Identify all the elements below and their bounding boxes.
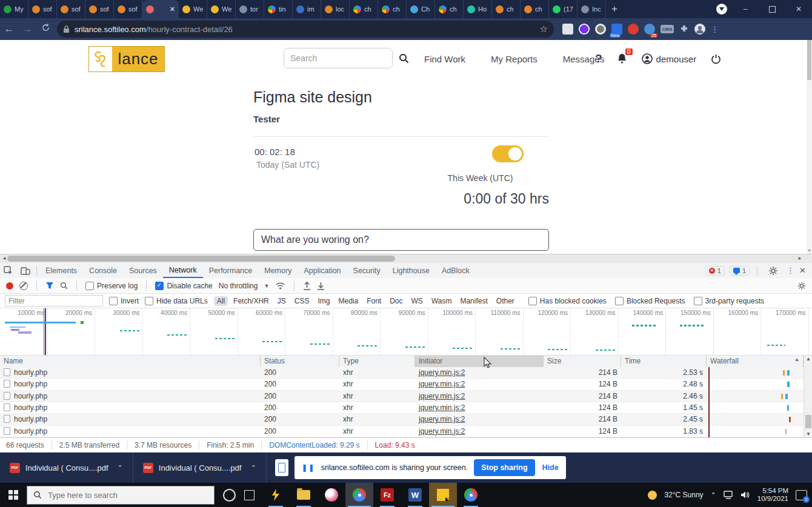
initiator-link[interactable]: jquery.min.js:2 — [419, 380, 465, 388]
hidden-icons-chevron[interactable]: ⌃ — [711, 491, 716, 499]
tracking-toggle[interactable] — [492, 145, 524, 162]
browser-tab[interactable]: ✕ — [142, 0, 179, 18]
browser-tab[interactable]: tor — [236, 0, 264, 18]
browser-tab[interactable]: Ho — [464, 0, 492, 18]
task-input[interactable] — [253, 229, 549, 251]
network-request-row[interactable]: hourly.php200xhrjquery.min.js:2214 B2.45… — [0, 414, 812, 425]
stop-sharing-button[interactable]: Stop sharing — [474, 459, 534, 476]
devtools-tab-performance[interactable]: Performance — [203, 263, 259, 278]
purple-extension-icon[interactable] — [579, 24, 590, 35]
scroll-down-arrow-icon[interactable]: ▼ — [807, 248, 811, 253]
devtools-tab-elements[interactable]: Elements — [39, 263, 83, 278]
browser-tab[interactable]: ch — [521, 0, 549, 18]
nav-link-my-reports[interactable]: My Reports — [491, 54, 537, 64]
scroll-up-arrow-icon[interactable]: ▲ — [806, 356, 811, 362]
new-badge-extension-icon[interactable]: New — [611, 24, 622, 35]
table-scrollbar[interactable]: ▲ ▼ — [804, 356, 812, 437]
browser-avatar-icon[interactable] — [694, 24, 705, 35]
filter-type-other[interactable]: Other — [493, 296, 517, 306]
filter-type-js[interactable]: JS — [275, 296, 289, 306]
devtools-tab-sources[interactable]: Sources — [123, 263, 163, 278]
invert-checkbox[interactable]: Invert — [109, 297, 139, 305]
initiator-link[interactable]: jquery.min.js:2 — [419, 368, 465, 377]
taskbar-app-filezilla[interactable]: Fz — [373, 483, 401, 507]
table-scrollbar-thumb[interactable] — [805, 415, 811, 428]
column-header-time[interactable]: Time — [621, 356, 707, 367]
window-maximize-button[interactable] — [759, 0, 785, 18]
cell-initiator[interactable]: jquery.min.js:2 — [415, 427, 544, 436]
device-toolbar-icon[interactable] — [21, 266, 30, 276]
network-conditions-icon[interactable] — [275, 282, 285, 290]
browser-tab[interactable]: sof — [57, 0, 85, 18]
taskbar-app-sharex[interactable] — [262, 483, 290, 507]
site-logo[interactable]: lance — [88, 46, 165, 72]
filter-type-all[interactable]: All — [214, 296, 228, 306]
taskbar-app-word[interactable]: W — [401, 483, 429, 507]
network-search-icon[interactable] — [60, 282, 68, 290]
browser-tab[interactable]: im — [293, 0, 321, 18]
taskbar-app-sticky-notes[interactable] — [429, 483, 457, 507]
initiator-link[interactable]: jquery.min.js:2 — [419, 392, 465, 400]
download-chevron-icon[interactable]: ⌃ — [250, 464, 256, 472]
initiator-link[interactable]: jquery.min.js:2 — [419, 403, 465, 412]
task-view-icon[interactable] — [244, 490, 255, 500]
browser-tab[interactable]: (17 — [549, 0, 577, 18]
scroll-left-arrow-icon[interactable]: ◄ — [2, 256, 7, 261]
cell-initiator[interactable]: jquery.min.js:2 — [415, 403, 544, 412]
filter-type-font[interactable]: Font — [364, 296, 384, 306]
volume-icon[interactable] — [740, 491, 750, 499]
network-request-row[interactable]: hourly.php200xhrjquery.min.js:2124 B1.83… — [0, 426, 812, 437]
bookmark-star-icon[interactable]: ☆ — [540, 24, 548, 35]
network-status-icon[interactable] — [724, 491, 733, 499]
filter-extra-checkbox[interactable]: 3rd-party requests — [694, 297, 764, 305]
devtools-tab-application[interactable]: Application — [298, 263, 347, 278]
window-minimize-button[interactable]: – — [732, 0, 759, 18]
browser-menu-icon[interactable]: ⋮ — [711, 25, 719, 34]
filter-type-manifest[interactable]: Manifest — [457, 296, 490, 306]
scrollbar-thumb[interactable] — [807, 40, 811, 80]
taskbar-clock[interactable]: 5:54 PM 10/9/2021 — [757, 487, 788, 503]
browser-tab[interactable]: My — [0, 0, 28, 18]
user-menu[interactable]: demouser — [642, 53, 697, 64]
devtools-settings-gear-icon[interactable] — [768, 266, 778, 276]
address-bar[interactable]: srilance.softileo.com/hourly-contract-de… — [57, 21, 554, 38]
hide-data-urls-checkbox[interactable]: Hide data URLs — [145, 297, 208, 305]
devtools-tab-security[interactable]: Security — [347, 263, 387, 278]
globe-extension-icon[interactable]: 25 — [644, 24, 655, 35]
network-request-row[interactable]: hourly.php200xhrjquery.min.js:2124 B1.45… — [0, 402, 812, 414]
forward-icon[interactable]: → — [18, 23, 36, 35]
record-icon[interactable] — [6, 282, 13, 290]
download-item[interactable]: PDFIndividual ( Consu....pdf⌃ — [133, 452, 267, 483]
column-header-size[interactable]: Size — [544, 356, 621, 367]
sort-arrow-icon[interactable]: ▲ — [794, 357, 799, 362]
logout-power-icon[interactable] — [711, 54, 721, 64]
tab-close-icon[interactable]: ✕ — [170, 5, 175, 13]
preserve-log-checkbox[interactable]: Preserve log — [85, 282, 138, 290]
window-close-button[interactable]: ✕ — [785, 0, 812, 18]
browser-tab[interactable]: Ch — [407, 0, 435, 18]
scroll-right-arrow-icon[interactable]: ► — [797, 256, 802, 261]
network-filter-input[interactable] — [5, 295, 103, 307]
filter-type-wasm[interactable]: Wasm — [428, 296, 455, 306]
throttling-select[interactable]: No throttling — [219, 282, 258, 290]
hscrollbar-thumb[interactable] — [7, 256, 395, 262]
initiator-link[interactable]: jquery.min.js:2 — [419, 415, 465, 423]
download-item[interactable]: PDFIndividual ( Consu....pdf⌃ — [0, 452, 133, 483]
browser-tab[interactable]: Inc — [577, 0, 606, 18]
filter-type-doc[interactable]: Doc — [387, 296, 405, 306]
devtools-menu-icon[interactable]: ⋮ — [787, 266, 794, 275]
network-request-row[interactable]: hourly.php200xhrjquery.min.js:2124 B2.48… — [0, 379, 812, 390]
taskbar-search-input[interactable] — [47, 490, 195, 500]
browser-tab[interactable]: sof — [114, 0, 142, 18]
help-icon[interactable]: ? — [595, 52, 602, 65]
disable-cache-checkbox[interactable]: Disable cache — [155, 282, 212, 290]
throttling-dropdown-icon[interactable]: ▼ — [264, 283, 269, 289]
column-header-name[interactable]: Name — [0, 356, 261, 367]
column-header-status[interactable]: Status — [261, 356, 339, 367]
taskbar-app-chrome-2[interactable] — [457, 483, 485, 507]
page-horizontal-scrollbar[interactable]: ◄ ► — [0, 254, 812, 263]
export-har-icon[interactable] — [317, 282, 325, 290]
issues-badge[interactable]: 1 — [730, 266, 750, 276]
back-icon[interactable]: ← — [0, 23, 18, 35]
scroll-down-arrow-icon[interactable]: ▼ — [806, 431, 811, 437]
